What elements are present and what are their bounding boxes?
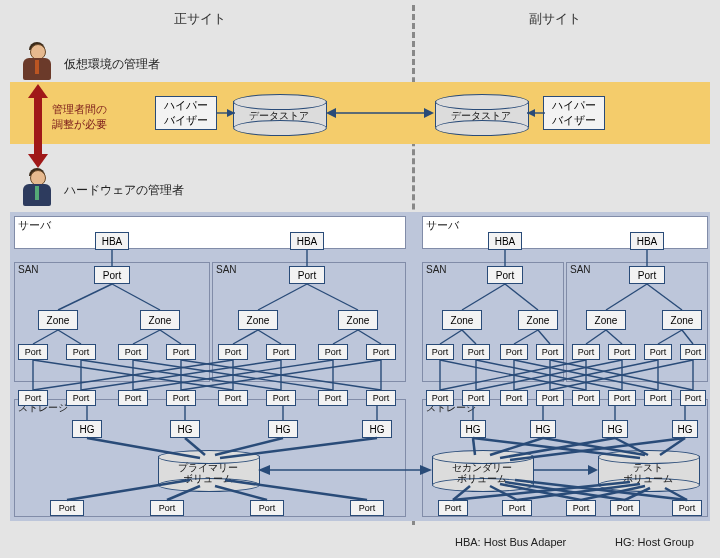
port-box: Port xyxy=(672,500,702,516)
port-box: Port xyxy=(50,500,84,516)
hg-box: HG xyxy=(530,420,556,438)
port-box: Port xyxy=(680,390,706,406)
san-label: SAN xyxy=(570,264,591,275)
zone-box: Zone xyxy=(338,310,378,330)
hardware-admin-label: ハードウェアの管理者 xyxy=(64,182,184,199)
port-box: Port xyxy=(318,344,348,360)
port-box: Port xyxy=(166,390,196,406)
datastore-secondary: データストア xyxy=(435,94,527,134)
san-label: SAN xyxy=(18,264,39,275)
virtual-admin-band xyxy=(10,82,710,144)
primary-volume: プライマリー ボリューム xyxy=(158,450,258,490)
site-primary-label: 正サイト xyxy=(160,10,240,28)
port-box: Port xyxy=(500,344,528,360)
zone-box: Zone xyxy=(662,310,702,330)
port-box: Port xyxy=(426,390,454,406)
server-region-secondary xyxy=(422,216,708,249)
port-box: Port xyxy=(536,344,564,360)
port-box: Port xyxy=(572,344,600,360)
virtual-admin-label: 仮想環境の管理者 xyxy=(64,56,160,73)
san-label: SAN xyxy=(216,264,237,275)
port-box: Port xyxy=(266,390,296,406)
hg-box: HG xyxy=(460,420,486,438)
datastore-primary: データストア xyxy=(233,94,325,134)
hba-box: HBA xyxy=(95,232,129,250)
port-box: Port xyxy=(266,344,296,360)
port-box: Port xyxy=(629,266,665,284)
hba-box: HBA xyxy=(630,232,664,250)
svg-marker-2 xyxy=(28,154,48,168)
hg-box: HG xyxy=(672,420,698,438)
port-box: Port xyxy=(680,344,706,360)
legend-hba: HBA: Host Bus Adaper xyxy=(455,536,566,548)
hg-box: HG xyxy=(362,420,392,438)
legend-hg: HG: Host Group xyxy=(615,536,694,548)
hg-box: HG xyxy=(72,420,102,438)
port-box: Port xyxy=(218,344,248,360)
hypervisor-secondary: ハイパー バイザー xyxy=(543,96,605,130)
port-box: Port xyxy=(608,390,636,406)
coordination-text: 管理者間の 調整が必要 xyxy=(52,102,107,132)
port-box: Port xyxy=(350,500,384,516)
port-box: Port xyxy=(250,500,284,516)
port-box: Port xyxy=(536,390,564,406)
port-box: Port xyxy=(66,390,96,406)
hba-box: HBA xyxy=(488,232,522,250)
port-box: Port xyxy=(502,500,532,516)
hg-box: HG xyxy=(268,420,298,438)
port-box: Port xyxy=(318,390,348,406)
port-box: Port xyxy=(18,390,48,406)
port-box: Port xyxy=(218,390,248,406)
test-volume: テスト ボリューム xyxy=(598,450,698,490)
hg-box: HG xyxy=(602,420,628,438)
port-box: Port xyxy=(566,500,596,516)
port-box: Port xyxy=(118,390,148,406)
port-box: Port xyxy=(462,344,490,360)
port-box: Port xyxy=(118,344,148,360)
port-box: Port xyxy=(462,390,490,406)
port-box: Port xyxy=(150,500,184,516)
port-box: Port xyxy=(66,344,96,360)
server-region-primary xyxy=(14,216,406,249)
zone-box: Zone xyxy=(140,310,180,330)
zone-box: Zone xyxy=(442,310,482,330)
port-box: Port xyxy=(572,390,600,406)
port-box: Port xyxy=(94,266,130,284)
hypervisor-primary: ハイパー バイザー xyxy=(155,96,217,130)
zone-box: Zone xyxy=(586,310,626,330)
server-label: サーバ xyxy=(18,218,51,233)
zone-box: Zone xyxy=(38,310,78,330)
san-label: SAN xyxy=(426,264,447,275)
hg-box: HG xyxy=(170,420,200,438)
site-secondary-label: 副サイト xyxy=(515,10,595,28)
port-box: Port xyxy=(289,266,325,284)
port-box: Port xyxy=(500,390,528,406)
zone-box: Zone xyxy=(518,310,558,330)
port-box: Port xyxy=(610,500,640,516)
port-box: Port xyxy=(366,390,396,406)
port-box: Port xyxy=(608,344,636,360)
hardware-admin-icon xyxy=(22,168,54,210)
zone-box: Zone xyxy=(238,310,278,330)
port-box: Port xyxy=(644,344,672,360)
port-box: Port xyxy=(438,500,468,516)
port-box: Port xyxy=(18,344,48,360)
port-box: Port xyxy=(487,266,523,284)
port-box: Port xyxy=(166,344,196,360)
hba-box: HBA xyxy=(290,232,324,250)
port-box: Port xyxy=(366,344,396,360)
port-box: Port xyxy=(426,344,454,360)
virtual-admin-icon xyxy=(22,42,54,84)
server-label: サーバ xyxy=(426,218,459,233)
port-box: Port xyxy=(644,390,672,406)
secondary-volume: セカンダリー ボリューム xyxy=(432,450,532,490)
